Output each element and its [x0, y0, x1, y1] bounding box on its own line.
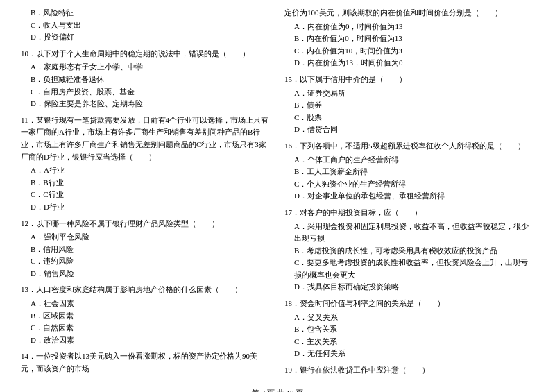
q18-option-b: B．包含关系: [284, 323, 534, 336]
q14-option-d: D．内在价值为13，时间价值为0: [284, 57, 534, 69]
question-19-partial: 19．银行在依法收贷工作中应注意（ ）: [284, 364, 534, 377]
question-13-text: 13．人口密度和家庭结构属于影响房地产价格的什么因素（ ）: [21, 284, 271, 296]
question-13: 13．人口密度和家庭结构属于影响房地产价格的什么因素（ ） A．社会因素 B．区…: [21, 284, 271, 346]
q17-option-c: C．要更多地考虑投资的成长性和收益率，但投资风险会上升，出现亏损的概率也会更大: [284, 257, 534, 281]
question-17: 17．对客户的中期投资目标，应（ ） A．采用现金投资和固定利息投资，收益不高，…: [284, 207, 534, 293]
q11-option-c: C．C行业: [21, 189, 271, 201]
q12-option-c: C．违约风险: [21, 255, 271, 268]
option-b-cont: B．风险特征: [21, 7, 271, 19]
page-footer: 第 2 页 共 18 页: [21, 388, 534, 392]
q15-option-d: D．借贷合同: [284, 123, 534, 136]
q18-option-d: D．无任何关系: [284, 348, 534, 360]
q15-option-b: B．债券: [284, 99, 534, 112]
q18-option-c: C．主次关系: [284, 336, 534, 348]
right-column: 定价为100美元，则该期权的内在价值和时间价值分别是（ ） A．内在价值为0，时…: [284, 7, 534, 381]
question-15: 15．以下属于信用中介的是（ ） A．证券交易所 B．债券 C．股票 D．借贷合…: [284, 74, 534, 136]
q15-option-c: C．股票: [284, 112, 534, 124]
q14-option-c: C．内在价值为10，时间价值为3: [284, 45, 534, 58]
q17-option-a: A．采用现金投资和固定利息投资，收益不高，但收益率较稳定，很少出现亏损: [284, 221, 534, 245]
option-d-cont: D．投资偏好: [21, 31, 271, 44]
question-11: 11．某银行现有一笔贷款需要发放，目前有4个行业可以选择，市场上只有一家厂商的A…: [21, 114, 271, 214]
q16-option-d: D．对企事业单位的承包经营、承租经营所得: [284, 190, 534, 203]
question-14-partial: 14．一位投资者以13美元购入一份看涨期权，标的资产协定价格为90美元，而该资产…: [21, 350, 271, 375]
q11-option-a: A．A行业: [21, 164, 271, 177]
q12-option-d: D．销售风险: [21, 268, 271, 280]
q13-option-a: A．社会因素: [21, 298, 271, 310]
left-column: B．风险特征 C．收入与支出 D．投资偏好 10．以下对于个人生命周期中的稳定期…: [21, 7, 271, 381]
question-12-text: 12．以下哪一种风险不属于银行理财产品风险类型（ ）: [21, 218, 271, 230]
question-14-text: 14．一位投资者以13美元购入一份看涨期权，标的资产协定价格为90美元，而该资产…: [21, 350, 271, 375]
q12-option-b: B．信用风险: [21, 244, 271, 256]
question-11-text: 11．某银行现有一笔贷款需要发放，目前有4个行业可以选择，市场上只有一家厂商的A…: [21, 114, 271, 163]
q11-option-b: B．B行业: [21, 177, 271, 189]
q10-option-d: D．保险主要是养老险、定期寿险: [21, 98, 271, 110]
q16-option-c: C．个人独资企业的生产经营所得: [284, 178, 534, 191]
question-12: 12．以下哪一种风险不属于银行理财产品风险类型（ ） A．强制平仓风险 B．信用…: [21, 218, 271, 280]
q12-option-a: A．强制平仓风险: [21, 231, 271, 244]
q17-option-d: D．找具体目标而确定投资策略: [284, 281, 534, 293]
page-number: 第 2 页 共 18 页: [252, 389, 303, 392]
question-18: 18．资金时间价值与利率之间的关系是（ ） A．父叉关系 B．包含关系 C．主次…: [284, 298, 534, 360]
q13-option-b: B．区域因素: [21, 310, 271, 323]
q11-option-d: D．D行业: [21, 201, 271, 214]
q17-option-b: B．考虑投资的成长性，可考虑采用具有税收效应的投资产品: [284, 245, 534, 257]
q10-option-b: B．负担减轻准备退休: [21, 74, 271, 86]
question-16: 16．下列各项中，不适用5级超额累进税率征收个人所得税的是（ ） A．个体工商户…: [284, 140, 534, 203]
page-container: B．风险特征 C．收入与支出 D．投资偏好 10．以下对于个人生命周期中的稳定期…: [21, 7, 534, 392]
q13-option-c: C．自然因素: [21, 322, 271, 334]
q13-option-d: D．政治因素: [21, 334, 271, 347]
question-17-text: 17．对客户的中期投资目标，应（ ）: [284, 207, 534, 219]
q16-option-b: B．工人工资薪金所得: [284, 166, 534, 178]
question-16-text: 16．下列各项中，不适用5级超额累进税率征收个人所得税的是（ ）: [284, 140, 534, 153]
q14-option-b: B．内在价值为0，时间价值为13: [284, 33, 534, 45]
q18-option-a: A．父叉关系: [284, 312, 534, 324]
question-10-text: 10．以下对于个人生命周期中的稳定期的说法中，错误的是（ ）: [21, 48, 271, 60]
question-19-text: 19．银行在依法收贷工作中应注意（ ）: [284, 364, 534, 377]
q16-option-a: A．个体工商户的生产经营所得: [284, 154, 534, 167]
question-18-text: 18．资金时间价值与利率之间的关系是（ ）: [284, 298, 534, 310]
question-14-cont-text: 定价为100美元，则该期权的内在价值和时间价值分别是（ ）: [284, 7, 534, 19]
q14-option-a: A．内在价值为0，时间价值为13: [284, 21, 534, 33]
question-block-options-cont: B．风险特征 C．收入与支出 D．投资偏好: [21, 7, 271, 44]
question-14-cont: 定价为100美元，则该期权的内在价值和时间价值分别是（ ） A．内在价值为0，时…: [284, 7, 534, 69]
question-10: 10．以下对于个人生命周期中的稳定期的说法中，错误的是（ ） A．家庭形态有子女…: [21, 48, 271, 110]
q15-option-a: A．证券交易所: [284, 87, 534, 100]
two-column-layout: B．风险特征 C．收入与支出 D．投资偏好 10．以下对于个人生命周期中的稳定期…: [21, 7, 534, 381]
option-c-cont: C．收入与支出: [21, 19, 271, 32]
question-15-text: 15．以下属于信用中介的是（ ）: [284, 74, 534, 86]
q10-option-a: A．家庭形态有子女上小学、中学: [21, 61, 271, 74]
q10-option-c: C．自用房产投资、股票、基金: [21, 86, 271, 99]
